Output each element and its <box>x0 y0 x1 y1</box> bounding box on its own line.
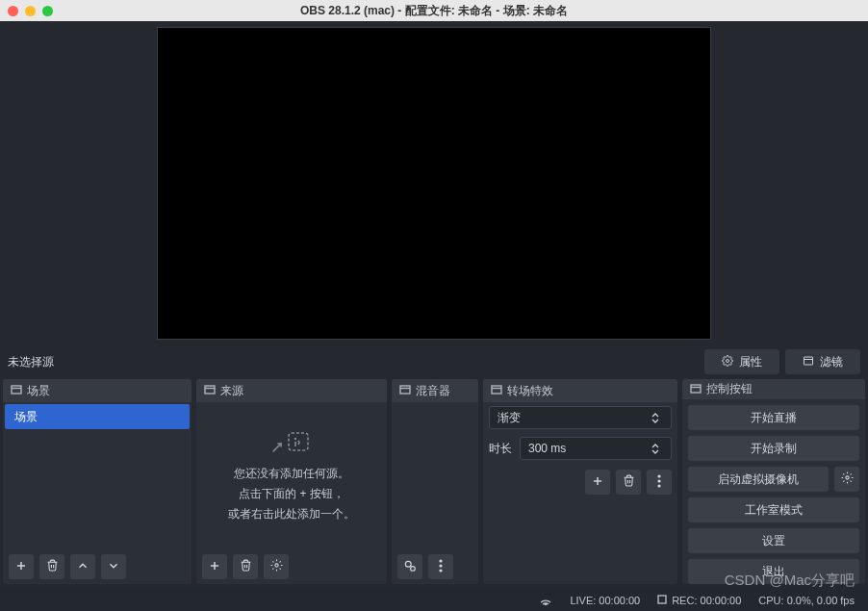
svg-rect-14 <box>400 386 410 394</box>
svg-rect-3 <box>12 386 21 394</box>
transition-select[interactable]: 渐变 <box>489 406 672 429</box>
controls-panel: 控制按钮 开始直播 开始录制 启动虚拟摄像机 工作室模式 设置 退出 <box>682 379 865 584</box>
svg-point-13 <box>274 564 277 567</box>
gear-icon <box>841 471 854 487</box>
remove-transition-button[interactable] <box>616 470 641 495</box>
filter-icon <box>803 355 814 369</box>
scenes-header[interactable]: 场景 <box>3 379 191 402</box>
mixer-title: 混音器 <box>416 383 450 399</box>
svg-point-10 <box>294 437 296 439</box>
cpu-usage: CPU: 0.0%, 0.00 fps <box>758 595 855 606</box>
start-streaming-button[interactable]: 开始直播 <box>688 405 859 430</box>
maximize-window-button[interactable] <box>42 6 53 16</box>
close-window-button[interactable] <box>8 6 18 16</box>
scenes-title: 场景 <box>27 383 50 399</box>
chevron-up-icon <box>76 559 89 575</box>
controls-body: 开始直播 开始录制 启动虚拟摄像机 工作室模式 设置 退出 <box>682 399 865 584</box>
remove-source-button[interactable] <box>233 554 258 579</box>
mixer-settings-button[interactable] <box>397 554 422 579</box>
more-vertical-icon <box>657 474 661 491</box>
filters-label: 滤镜 <box>820 354 843 370</box>
duration-label: 时长 <box>489 441 514 457</box>
transitions-panel: 转场特效 渐变 时长 300 ms <box>483 379 677 584</box>
spinner-icon <box>651 444 663 454</box>
plus-icon <box>208 559 221 575</box>
sources-empty-state: 您还没有添加任何源。 点击下面的 + 按钮， 或者右击此处添加一个。 <box>196 402 387 549</box>
svg-point-16 <box>405 561 411 567</box>
docks-row: 场景 场景 来源 <box>0 379 868 584</box>
scene-item[interactable]: 场景 <box>5 404 190 429</box>
minimize-window-button[interactable] <box>25 6 36 16</box>
stop-square-icon <box>657 595 667 606</box>
sources-title: 来源 <box>220 383 243 399</box>
svg-point-31 <box>546 603 548 605</box>
sources-panel: 来源 您还没有添加任何源。 点击下面的 + 按钮， 或者右击此处添加一个。 <box>196 379 387 584</box>
sources-list[interactable]: 您还没有添加任何源。 点击下面的 + 按钮， 或者右击此处添加一个。 <box>196 402 387 549</box>
controls-title: 控制按钮 <box>706 381 753 397</box>
dock-icon <box>11 384 22 397</box>
dock-icon <box>690 383 702 396</box>
exit-button[interactable]: 退出 <box>688 559 859 584</box>
scenes-panel: 场景 场景 <box>3 379 191 584</box>
preview-area <box>0 21 868 344</box>
controls-header[interactable]: 控制按钮 <box>682 379 865 399</box>
sources-empty-line3: 或者右击此处添加一个。 <box>228 506 355 522</box>
start-recording-button[interactable]: 开始录制 <box>688 436 859 461</box>
add-source-button[interactable] <box>202 554 227 579</box>
svg-point-19 <box>439 564 442 567</box>
transitions-body: 渐变 时长 300 ms <box>483 402 677 584</box>
svg-rect-21 <box>492 386 501 394</box>
duration-value: 300 ms <box>528 442 566 455</box>
no-source-label: 未选择源 <box>8 354 54 370</box>
empty-sources-icon <box>271 430 312 456</box>
add-transition-button[interactable] <box>585 470 610 495</box>
window-title: OBS 28.1.2 (mac) - 配置文件: 未命名 - 场景: 未命名 <box>0 3 868 19</box>
connection-status <box>539 594 552 607</box>
filters-button[interactable]: 滤镜 <box>785 349 860 374</box>
svg-point-25 <box>657 474 660 477</box>
svg-point-17 <box>411 566 416 571</box>
preview-canvas[interactable] <box>157 27 711 340</box>
properties-label: 属性 <box>739 354 762 370</box>
scenes-list[interactable]: 场景 <box>3 402 191 549</box>
properties-button[interactable]: 属性 <box>704 349 779 374</box>
transition-menu-button[interactable] <box>647 470 672 495</box>
plus-icon <box>14 559 28 575</box>
remove-scene-button[interactable] <box>39 554 64 579</box>
chevron-down-icon <box>107 559 120 575</box>
svg-point-27 <box>657 484 660 487</box>
sources-empty-line2: 点击下面的 + 按钮， <box>239 486 345 502</box>
mixer-toolbar <box>392 549 478 584</box>
dock-icon <box>204 384 216 397</box>
source-properties-button[interactable] <box>264 554 289 579</box>
dock-icon <box>399 384 411 397</box>
studio-mode-button[interactable]: 工作室模式 <box>688 497 859 522</box>
add-scene-button[interactable] <box>9 554 34 579</box>
svg-rect-1 <box>804 357 813 365</box>
signal-icon <box>539 594 552 607</box>
mixer-header[interactable]: 混音器 <box>392 379 478 402</box>
move-scene-up-button[interactable] <box>70 554 95 579</box>
transition-selected: 渐变 <box>498 410 521 426</box>
move-scene-down-button[interactable] <box>101 554 126 579</box>
scene-item-label: 场景 <box>14 409 38 425</box>
trash-icon <box>46 559 59 574</box>
svg-rect-32 <box>658 596 666 603</box>
duration-input[interactable]: 300 ms <box>520 437 672 460</box>
plus-icon <box>591 474 604 491</box>
live-time: LIVE: 00:00:00 <box>570 595 640 606</box>
settings-button[interactable]: 设置 <box>688 528 859 553</box>
svg-point-18 <box>439 559 442 562</box>
sources-header[interactable]: 来源 <box>196 379 387 402</box>
trash-icon <box>623 474 635 490</box>
virtual-cam-settings-button[interactable] <box>834 467 859 492</box>
transitions-header[interactable]: 转场特效 <box>483 379 677 402</box>
svg-point-0 <box>727 359 729 362</box>
mixer-menu-button[interactable] <box>428 554 453 579</box>
audio-mixer-panel: 混音器 <box>392 379 478 584</box>
gear-advanced-icon <box>403 559 417 575</box>
start-virtual-cam-button[interactable]: 启动虚拟摄像机 <box>688 467 829 492</box>
gear-icon <box>722 355 733 369</box>
rec-time: REC: 00:00:00 <box>672 595 741 606</box>
svg-rect-28 <box>691 385 701 393</box>
